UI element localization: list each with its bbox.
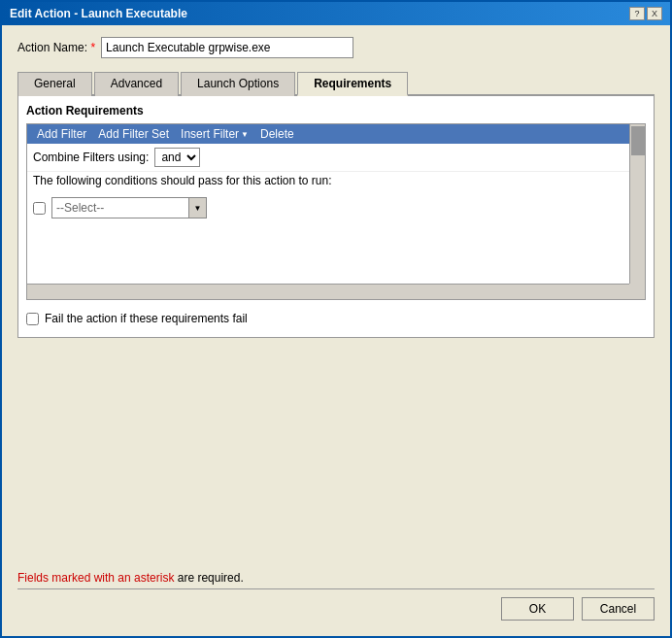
footer-message-black: are required. xyxy=(174,571,243,585)
combine-filters-label: Combine Filters using: xyxy=(33,151,149,164)
insert-filter-arrow-icon: ▼ xyxy=(241,130,249,139)
filter-select-arrow-icon[interactable]: ▼ xyxy=(188,198,206,218)
scroll-corner xyxy=(629,284,645,299)
fail-action-label: Fail the action if these requirements fa… xyxy=(45,312,248,325)
help-button[interactable]: ? xyxy=(629,7,645,20)
title-bar: Edit Action - Launch Executable ? X xyxy=(2,2,670,25)
tabs: General Advanced Launch Options Requirem… xyxy=(17,70,655,96)
horizontal-scrollbar[interactable] xyxy=(27,284,629,299)
tab-advanced[interactable]: Advanced xyxy=(94,72,179,96)
dialog-body: Action Name: * General Advanced Launch O… xyxy=(2,25,670,636)
footer-message: Fields marked with an asterisk are requi… xyxy=(17,563,655,588)
tab-content-requirements: Action Requirements Add Filter Add Filte… xyxy=(17,96,655,338)
fail-action-row: Fail the action if these requirements fa… xyxy=(26,308,646,329)
filter-checkbox[interactable] xyxy=(33,202,46,215)
delete-button[interactable]: Delete xyxy=(256,127,298,141)
footer-message-red: Fields marked with an asterisk xyxy=(17,571,174,585)
requirements-toolbar: Add Filter Add Filter Set Insert Filter … xyxy=(27,124,645,144)
scrollbar-thumb xyxy=(631,126,645,155)
add-filter-button[interactable]: Add Filter xyxy=(33,127,90,141)
tab-requirements[interactable]: Requirements xyxy=(297,72,408,96)
action-name-label: Action Name: * xyxy=(17,41,95,54)
combine-filters-select[interactable]: and or xyxy=(154,148,200,167)
action-requirements-label: Action Requirements xyxy=(26,104,646,118)
tab-launch-options[interactable]: Launch Options xyxy=(181,72,295,96)
cancel-button[interactable]: Cancel xyxy=(582,597,655,621)
tab-content-wrapper: Action Requirements Add Filter Add Filte… xyxy=(26,104,646,329)
body-spacer xyxy=(17,338,655,563)
action-name-input[interactable] xyxy=(101,37,353,58)
ok-button[interactable]: OK xyxy=(501,597,574,621)
dialog-title: Edit Action - Launch Executable xyxy=(10,7,187,20)
combine-filters-row: Combine Filters using: and or xyxy=(27,144,645,172)
filter-row: --Select-- ▼ xyxy=(27,193,645,222)
requirements-inner: Add Filter Add Filter Set Insert Filter … xyxy=(26,123,646,300)
filter-select-wrapper[interactable]: --Select-- ▼ xyxy=(51,197,207,218)
title-bar-buttons: ? X xyxy=(629,7,662,20)
filter-select-text: --Select-- xyxy=(52,201,188,215)
fail-action-checkbox[interactable] xyxy=(26,313,39,325)
vertical-scrollbar[interactable] xyxy=(629,124,645,284)
dialog: Edit Action - Launch Executable ? X Acti… xyxy=(0,0,672,638)
footer-buttons: OK Cancel xyxy=(17,588,655,624)
close-button[interactable]: X xyxy=(647,7,662,20)
action-name-row: Action Name: * xyxy=(17,37,655,58)
insert-filter-button[interactable]: Insert Filter ▼ xyxy=(177,127,252,141)
add-filter-set-button[interactable]: Add Filter Set xyxy=(94,127,173,141)
tab-general[interactable]: General xyxy=(17,72,92,96)
conditions-text: The following conditions should pass for… xyxy=(27,172,645,193)
required-star: * xyxy=(90,41,95,54)
